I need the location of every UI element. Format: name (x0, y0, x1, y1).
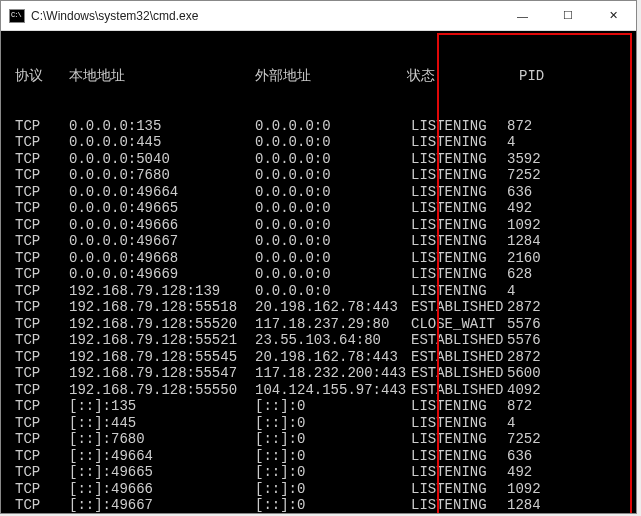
cell-local: 192.168.79.128:55518 (69, 299, 255, 316)
cell-pid: 492 (507, 464, 561, 481)
netstat-row: TCP0.0.0.0:496680.0.0.0:0LISTENING2160 (1, 250, 636, 267)
netstat-row: TCP[::]:49665[::]:0LISTENING492 (1, 464, 636, 481)
terminal-body[interactable]: 协议 本地地址 外部地址 状态 PID TCP0.0.0.0:1350.0.0.… (1, 31, 636, 513)
cell-local: 192.168.79.128:55520 (69, 316, 255, 333)
cell-foreign: 0.0.0.0:0 (255, 118, 407, 135)
netstat-row: TCP[::]:49667[::]:0LISTENING1284 (1, 497, 636, 513)
cell-local: [::]:49664 (69, 448, 255, 465)
cell-proto: TCP (15, 398, 69, 415)
cell-pid: 4 (507, 415, 561, 432)
cell-proto: TCP (15, 382, 69, 399)
netstat-row: TCP0.0.0.0:4450.0.0.0:0LISTENING4 (1, 134, 636, 151)
cell-proto: TCP (15, 481, 69, 498)
cell-foreign: 0.0.0.0:0 (255, 250, 407, 267)
netstat-header: 协议 本地地址 外部地址 状态 PID (1, 68, 636, 85)
cell-foreign: [::]:0 (255, 497, 407, 513)
close-button[interactable]: ✕ (590, 1, 636, 30)
window-controls: — ☐ ✕ (500, 1, 636, 30)
netstat-row: TCP192.168.79.128:55550104.124.155.97:44… (1, 382, 636, 399)
netstat-row: TCP[::]:49666[::]:0LISTENING1092 (1, 481, 636, 498)
cell-proto: TCP (15, 448, 69, 465)
cell-proto: TCP (15, 167, 69, 184)
cell-local: 0.0.0.0:49668 (69, 250, 255, 267)
cell-pid: 1092 (507, 481, 561, 498)
netstat-row: TCP[::]:7680[::]:0LISTENING7252 (1, 431, 636, 448)
cell-state: LISTENING (407, 151, 507, 168)
cell-proto: TCP (15, 184, 69, 201)
cell-pid: 2872 (507, 349, 561, 366)
titlebar[interactable]: C:\Windows\system32\cmd.exe — ☐ ✕ (1, 1, 636, 31)
cell-state: LISTENING (407, 481, 507, 498)
cell-proto: TCP (15, 134, 69, 151)
netstat-row: TCP0.0.0.0:1350.0.0.0:0LISTENING872 (1, 118, 636, 135)
cell-proto: TCP (15, 497, 69, 513)
cell-pid: 4 (507, 283, 561, 300)
cell-foreign: 0.0.0.0:0 (255, 283, 407, 300)
cell-proto: TCP (15, 266, 69, 283)
cell-foreign: 0.0.0.0:0 (255, 151, 407, 168)
cell-proto: TCP (15, 431, 69, 448)
netstat-row: TCP[::]:445[::]:0LISTENING4 (1, 415, 636, 432)
netstat-row: TCP192.168.79.128:55520117.18.237.29:80C… (1, 316, 636, 333)
cell-state: LISTENING (407, 118, 507, 135)
cell-state: ESTABLISHED (407, 332, 507, 349)
cell-foreign: [::]:0 (255, 448, 407, 465)
cell-foreign: 0.0.0.0:0 (255, 134, 407, 151)
cell-foreign: 0.0.0.0:0 (255, 167, 407, 184)
cell-proto: TCP (15, 316, 69, 333)
header-foreign: 外部地址 (255, 68, 407, 85)
netstat-row: TCP192.168.79.128:55547117.18.232.200:44… (1, 365, 636, 382)
netstat-row: TCP0.0.0.0:50400.0.0.0:0LISTENING3592 (1, 151, 636, 168)
cell-pid: 872 (507, 398, 561, 415)
cell-local: [::]:135 (69, 398, 255, 415)
cell-local: 0.0.0.0:49665 (69, 200, 255, 217)
cell-state: ESTABLISHED (407, 382, 507, 399)
cell-state: LISTENING (407, 266, 507, 283)
cell-state: LISTENING (407, 431, 507, 448)
cell-foreign: 0.0.0.0:0 (255, 184, 407, 201)
netstat-row: TCP[::]:135[::]:0LISTENING872 (1, 398, 636, 415)
header-local: 本地地址 (69, 68, 255, 85)
netstat-row: TCP0.0.0.0:496670.0.0.0:0LISTENING1284 (1, 233, 636, 250)
cell-foreign: 20.198.162.78:443 (255, 349, 407, 366)
maximize-button[interactable]: ☐ (545, 1, 590, 30)
cell-pid: 1092 (507, 217, 561, 234)
cell-local: 0.0.0.0:5040 (69, 151, 255, 168)
netstat-row: TCP0.0.0.0:76800.0.0.0:0LISTENING7252 (1, 167, 636, 184)
cell-local: [::]:7680 (69, 431, 255, 448)
cell-pid: 492 (507, 200, 561, 217)
minimize-button[interactable]: — (500, 1, 545, 30)
cell-foreign: [::]:0 (255, 398, 407, 415)
cell-state: CLOSE_WAIT (407, 316, 507, 333)
cell-foreign: 0.0.0.0:0 (255, 200, 407, 217)
cell-state: LISTENING (407, 448, 507, 465)
header-proto: 协议 (15, 68, 69, 85)
cell-pid: 7252 (507, 431, 561, 448)
cell-proto: TCP (15, 299, 69, 316)
cell-pid: 7252 (507, 167, 561, 184)
cell-proto: TCP (15, 200, 69, 217)
cell-state: ESTABLISHED (407, 349, 507, 366)
cell-state: LISTENING (407, 250, 507, 267)
cell-state: LISTENING (407, 200, 507, 217)
cell-pid: 5600 (507, 365, 561, 382)
cell-foreign: [::]:0 (255, 431, 407, 448)
cell-state: LISTENING (407, 415, 507, 432)
cell-foreign: 104.124.155.97:443 (255, 382, 407, 399)
cell-proto: TCP (15, 250, 69, 267)
cell-foreign: 23.55.103.64:80 (255, 332, 407, 349)
cell-proto: TCP (15, 118, 69, 135)
header-pid: PID (467, 68, 544, 85)
netstat-row: TCP192.168.79.128:5551820.198.162.78:443… (1, 299, 636, 316)
cell-state: LISTENING (407, 233, 507, 250)
cell-proto: TCP (15, 415, 69, 432)
cell-foreign: [::]:0 (255, 415, 407, 432)
cell-local: 0.0.0.0:7680 (69, 167, 255, 184)
cell-local: 192.168.79.128:55521 (69, 332, 255, 349)
cell-local: [::]:49666 (69, 481, 255, 498)
cell-state: LISTENING (407, 184, 507, 201)
cell-proto: TCP (15, 464, 69, 481)
cell-state: LISTENING (407, 217, 507, 234)
cell-proto: TCP (15, 217, 69, 234)
cell-local: 192.168.79.128:55547 (69, 365, 255, 382)
